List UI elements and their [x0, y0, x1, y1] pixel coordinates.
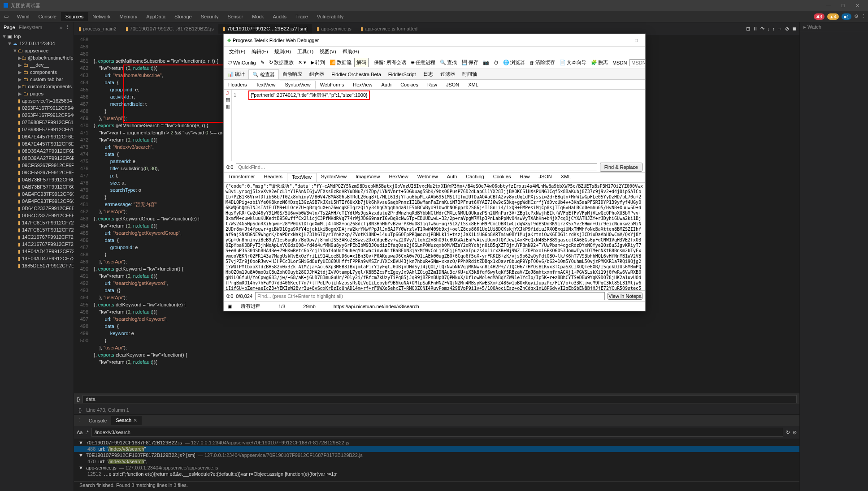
tree-node[interactable]: ▮09CE59267F9912CF6F2 [0, 169, 74, 176]
tree-node[interactable]: ▮08D39AA27F9912CF6E [0, 147, 74, 155]
save-button[interactable]: 💾保存 [460, 58, 480, 67]
tab-appdata[interactable]: AppData [142, 12, 170, 21]
fiddler-tab[interactable]: 📊 统计 [224, 69, 248, 79]
tree-node[interactable]: ▮09CE59267F9912CF6F2 [0, 162, 74, 169]
response-textview[interactable]: {"code":0,"msg":"请求成功","data":"fY+cAMdPQ… [224, 183, 645, 290]
clear-cache-button[interactable]: 🗑清除缓存 [528, 58, 557, 67]
find-button[interactable]: 🔍查找 [438, 58, 459, 67]
menu-help[interactable]: 帮助(H) [340, 47, 362, 56]
tree-node[interactable]: ▮07B988F57F9912CF61E [0, 119, 74, 126]
menu-view[interactable]: 视图(V) [317, 47, 339, 56]
fiddler-window[interactable]: ◆ Progress Telerik Fiddler Web Debugger … [223, 34, 646, 311]
tree-node[interactable]: ▶🗀@babel/runtime/helpe [0, 54, 74, 61]
request-tab[interactable]: WebForms [316, 81, 349, 88]
nav-tab-page[interactable]: Page [4, 25, 15, 30]
menu-tools[interactable]: 工具(T) [295, 47, 316, 56]
request-tab[interactable]: Headers [224, 81, 252, 88]
fiddler-maximize[interactable]: □ [631, 38, 642, 43]
request-tab[interactable]: TextView [252, 81, 280, 88]
response-tab[interactable]: SyntaxView [317, 173, 351, 182]
tree-node[interactable]: ▮147FC8157F9912CF72 [0, 219, 74, 226]
tab-network[interactable]: Network [88, 12, 115, 21]
search-results[interactable]: ▼70E190107F9912CF1687F8172B129B22.js — 1… [74, 439, 799, 481]
step-into-icon[interactable]: ↓ [767, 26, 770, 32]
request-body-view[interactable]: J ▤ ▥ 1 {"partnerId":2074012,"title":"冰淇… [224, 90, 645, 161]
tree-node[interactable]: ▼🗀appservice [0, 47, 74, 54]
editor-tab[interactable]: ▮70E190107F9912C…8172B129B22.js [121, 24, 218, 34]
tree-node[interactable]: ▮appservice?t=1625894 [0, 97, 74, 104]
tab-console[interactable]: Console [34, 12, 61, 21]
tree-node[interactable]: ▮0263F4167F9912CF64C [0, 104, 74, 112]
file-tree[interactable]: ▼▣top▼☁127.0.0.1:23404▼🗀appservice▶🗀@bab… [0, 32, 74, 491]
collapse-icon[interactable]: ▥ [226, 103, 230, 109]
deactivate-bp-icon[interactable]: ⊘ [785, 26, 789, 32]
step-over-icon[interactable]: ↷ [760, 26, 764, 32]
search-result-row[interactable]: 12512 …e strict";function e(e){return e&… [74, 471, 799, 477]
fiddler-tab[interactable]: 自动响应 [279, 69, 306, 79]
close-button[interactable]: ✕ [850, 3, 864, 9]
menu-edit[interactable]: 编辑(E) [249, 47, 271, 56]
clear-icon[interactable]: ⊘ [793, 430, 797, 435]
response-find-input[interactable] [255, 292, 605, 300]
fiddler-tab[interactable]: 时间轴 [459, 69, 481, 79]
tree-node[interactable]: ▮0AB73BF57F9912CF6C [0, 176, 74, 183]
tab-audits[interactable]: Audits [269, 12, 291, 21]
response-tab[interactable]: Auth [443, 173, 462, 182]
tree-node[interactable]: ▼☁127.0.0.1:23404 [0, 40, 74, 47]
tree-node[interactable]: ▶🗀custom-tab-bar [0, 76, 74, 83]
tree-node[interactable]: ▮08A7E4457F9912CF6EC [0, 133, 74, 140]
request-tab[interactable]: XML [464, 81, 483, 88]
fiddler-title-bar[interactable]: ◆ Progress Telerik Fiddler Web Debugger … [224, 34, 645, 47]
find-replace-button[interactable]: Find & Replace [600, 163, 642, 172]
editor-tab[interactable]: ▮70E190107F9912C…29B22.js? [sm] [218, 24, 312, 34]
menu-file[interactable]: 文件(F) [226, 47, 248, 56]
tree-node[interactable]: ▮0263F4167F9912CF64C [0, 112, 74, 119]
response-tab[interactable]: JSON [534, 173, 556, 182]
step-out-icon[interactable]: ↑ [773, 26, 775, 32]
tree-node[interactable]: ▮0D64C2337F9912CF6B [0, 205, 74, 212]
tree-node[interactable]: ▮08A7E4457F9912CF6EC [0, 140, 74, 147]
response-tab[interactable]: Headers [260, 173, 287, 182]
pause-exception-icon[interactable]: ⏹ [792, 26, 797, 32]
browser-button[interactable]: 🌐浏览器 [501, 58, 527, 67]
tab-storage[interactable]: Storage [170, 12, 196, 21]
editor-find-input[interactable] [82, 395, 797, 403]
tab-wxml[interactable]: Wxml [13, 12, 34, 21]
capture-icon[interactable]: ▣ [227, 303, 232, 309]
response-tab[interactable]: HexView [384, 173, 412, 182]
tree-node[interactable]: ▮07B988F57F9912CF61E [0, 126, 74, 133]
tree-node[interactable]: ▼▣top [0, 33, 74, 40]
remove-button[interactable]: ✕ ▾ [296, 59, 308, 66]
fiddler-tab[interactable]: 🔍 检查器 [248, 69, 279, 79]
nav-tab-filesystem[interactable]: Filesystem [19, 25, 43, 30]
line-gutter[interactable]: 4584594604614624634644654664674684694704… [74, 35, 92, 393]
refresh-icon[interactable]: ↻ [786, 430, 790, 435]
search-result-row[interactable]: ▼app-service.js — 127.0.0.1:23404/appser… [74, 465, 799, 471]
response-tab[interactable]: ImageView [351, 173, 384, 182]
tab-sources[interactable]: Sources [61, 12, 88, 21]
tree-node[interactable]: ▮0AB73BF57F9912CF6C [0, 183, 74, 190]
tree-node[interactable]: ▮14E04AD47F9912CF72 [0, 255, 74, 262]
stream-button[interactable]: 📶数据流 [328, 58, 353, 67]
tree-node[interactable]: ▮0AE4FC937F9912CF6C [0, 190, 74, 198]
request-tab[interactable]: SyntaxView [280, 81, 315, 89]
tree-node[interactable]: ▮0D64C2337F9912CF6B [0, 212, 74, 219]
error-badge[interactable]: ✖3 [814, 13, 825, 20]
search-result-row[interactable]: 488 url: "/index/v3/search" [74, 446, 799, 452]
fiddler-tab[interactable]: 过滤器 [437, 69, 459, 79]
winconfig-button[interactable]: 🛡WinConfig [226, 59, 258, 66]
tab-sensor[interactable]: Sensor [223, 12, 247, 21]
drawer-tab-search[interactable]: Search✕ [111, 416, 142, 425]
search-result-row[interactable]: ▼70E190107F9912CF1687F8172B129B22.js? [s… [74, 452, 799, 458]
process-filter[interactable]: 所有进程 [232, 303, 269, 310]
response-tab[interactable]: TextView [287, 173, 317, 182]
expand-icon[interactable]: ▤ [226, 97, 230, 103]
nav-menu-icon[interactable]: ⋮ [65, 24, 70, 30]
response-tab[interactable]: Cookies [489, 173, 516, 182]
request-tab[interactable]: JSON [442, 81, 464, 88]
comment-button[interactable]: ✎ [259, 59, 266, 66]
global-search-input[interactable] [91, 428, 783, 437]
minimize-button[interactable]: — [821, 3, 836, 8]
response-tab[interactable]: XML [556, 173, 576, 182]
fiddler-tab[interactable]: Fiddler Orchestra Beta [328, 70, 385, 78]
